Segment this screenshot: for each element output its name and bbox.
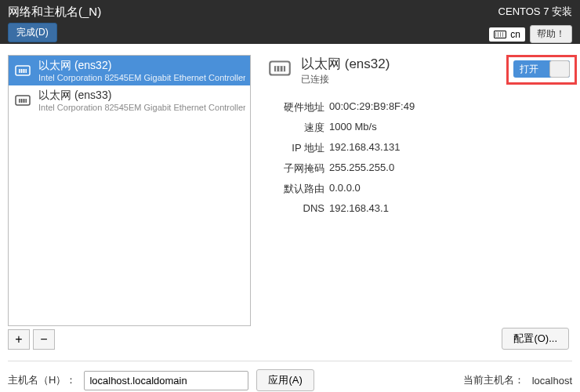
value-hw: 00:0C:29:B9:8F:49 <box>329 100 415 114</box>
keyboard-layout-label: cn <box>510 29 520 40</box>
connection-details: 硬件地址00:0C:29:B9:8F:49 速度1000 Mb/s IP 地址1… <box>259 100 572 220</box>
current-hostname-value: localhost <box>532 375 572 387</box>
interface-list: 以太网 (ens32) Intel Corporation 82545EM Gi… <box>8 55 251 326</box>
done-button[interactable]: 完成(D) <box>8 23 57 42</box>
list-buttons: + − <box>8 329 251 350</box>
configure-button[interactable]: 配置(O)... <box>502 328 569 350</box>
ethernet-icon <box>13 61 32 80</box>
footer: 主机名（H）： 应用(A) 当前主机名： localhost <box>0 361 580 391</box>
ethernet-icon <box>13 91 32 110</box>
add-interface-button[interactable]: + <box>8 329 30 350</box>
label-ip: IP 地址 <box>259 141 324 155</box>
label-mask: 子网掩码 <box>259 162 324 176</box>
toggle-knob <box>549 60 570 78</box>
interface-details-column: 以太网 (ens32) 已连接 打开 硬件地址00:0C:29:B9:8F:49… <box>259 55 572 350</box>
interface-desc: Intel Corporation 82545EM Gigabit Ethern… <box>38 73 245 82</box>
value-route: 0.0.0.0 <box>329 182 361 196</box>
toggle-label: 打开 <box>513 63 538 76</box>
installer-title: CENTOS 7 安装 <box>498 5 572 19</box>
label-route: 默认路由 <box>259 182 324 196</box>
label-hw: 硬件地址 <box>259 100 324 114</box>
hostname-label: 主机名（H）： <box>8 373 76 387</box>
value-ip: 192.168.43.131 <box>329 141 400 155</box>
hostname-input[interactable] <box>84 371 248 390</box>
ethernet-icon <box>266 55 293 82</box>
interface-item-ens32[interactable]: 以太网 (ens32) Intel Corporation 82545EM Gi… <box>9 56 250 85</box>
interface-name: 以太网 (ens33) <box>38 89 245 103</box>
value-mask: 255.255.255.0 <box>329 162 394 176</box>
remove-interface-button[interactable]: − <box>33 329 55 350</box>
label-dns: DNS <box>259 202 324 214</box>
keyboard-icon <box>494 31 506 38</box>
current-hostname-label: 当前主机名： <box>463 373 524 387</box>
interface-list-column: 以太网 (ens32) Intel Corporation 82545EM Gi… <box>8 55 251 350</box>
main-content: 以太网 (ens32) Intel Corporation 82545EM Gi… <box>0 44 580 350</box>
help-button[interactable]: 帮助！ <box>530 25 572 43</box>
interface-item-ens33[interactable]: 以太网 (ens33) Intel Corporation 82545EM Gi… <box>9 85 250 115</box>
interface-desc: Intel Corporation 82545EM Gigabit Ethern… <box>38 103 245 112</box>
label-speed: 速度 <box>259 121 324 135</box>
connection-title: 以太网 (ens32) <box>301 55 390 73</box>
page-title: 网络和主机名(_N) <box>8 5 489 20</box>
apply-button[interactable]: 应用(A) <box>256 369 314 391</box>
value-dns: 192.168.43.1 <box>329 202 389 214</box>
keyboard-layout-indicator[interactable]: cn <box>489 27 525 42</box>
connection-status: 已连接 <box>301 73 390 86</box>
header: 网络和主机名(_N) 完成(D) CENTOS 7 安装 cn 帮助！ <box>0 0 580 44</box>
highlight-box: 打开 <box>506 55 577 85</box>
interface-name: 以太网 (ens32) <box>38 59 245 73</box>
value-speed: 1000 Mb/s <box>329 121 377 135</box>
connection-toggle[interactable]: 打开 <box>513 60 570 78</box>
